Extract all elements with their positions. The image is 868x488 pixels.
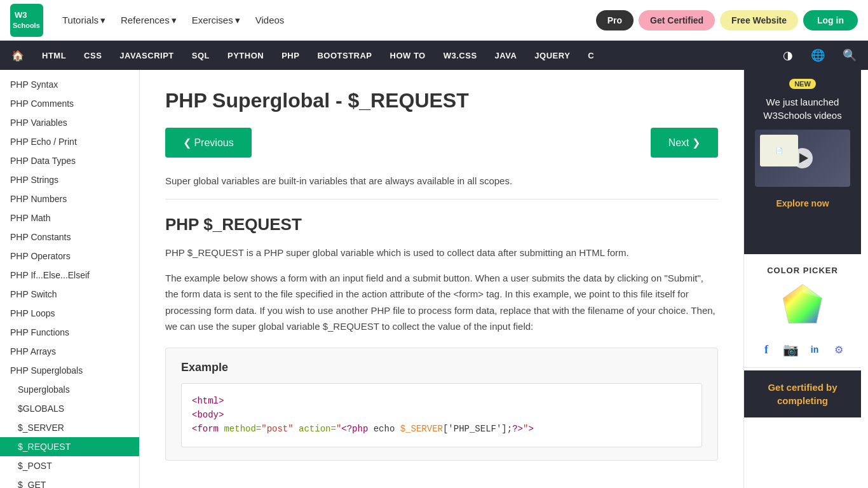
free-website-button[interactable]: Free Website <box>720 10 798 30</box>
new-badge: NEW <box>789 79 816 89</box>
sidebar-item-ifelse[interactable]: PHP If...Else...Elseif <box>0 266 139 285</box>
sidebar-item-strings[interactable]: PHP Strings <box>0 170 139 189</box>
color-picker-box: COLOR PICKER f 📷 in ⚙ <box>744 257 861 368</box>
theme-toggle-button[interactable]: ◑ <box>774 41 802 70</box>
discord-icon[interactable]: ⚙ <box>830 341 848 358</box>
secnav-bootstrap[interactable]: BOOTSTRAP <box>308 41 381 70</box>
color-gem-icon[interactable] <box>780 281 825 326</box>
ad-title: We just launched W3Schools videos <box>753 95 852 122</box>
secnav-w3css[interactable]: W3.CSS <box>435 41 486 70</box>
sidebar-item-get[interactable]: $_GET <box>0 475 139 488</box>
secnav-javascript[interactable]: JAVASCRIPT <box>111 41 182 70</box>
sidebar-item-numbers[interactable]: PHP Numbers <box>0 189 139 208</box>
login-button[interactable]: Log in <box>803 10 858 30</box>
sidebar-item-operators[interactable]: PHP Operators <box>0 247 139 266</box>
sidebar-item-post[interactable]: $_POST <box>0 456 139 475</box>
nav-references[interactable]: References ▾ <box>114 12 183 29</box>
nav-exercises[interactable]: Exercises ▾ <box>186 12 247 29</box>
color-picker-title: COLOR PICKER <box>753 266 852 275</box>
svg-text:W3: W3 <box>15 10 27 20</box>
top-nav-right: Pro Get Certified Free Website Log in <box>596 10 858 30</box>
sidebar-item-comments[interactable]: PHP Comments <box>0 94 139 113</box>
svg-text:Schools: Schools <box>13 22 40 29</box>
nav-buttons: ❮ Previous Next ❯ <box>165 128 718 158</box>
nav-videos[interactable]: Videos <box>249 12 291 28</box>
instagram-icon[interactable]: 📷 <box>782 341 799 358</box>
ad-box: NEW We just launched W3Schools videos 📄 … <box>744 70 861 254</box>
page-title: PHP Superglobal - $_REQUEST <box>165 89 718 112</box>
video-thumbnail[interactable]: 📄 <box>755 130 850 187</box>
explore-link[interactable]: Explore now <box>776 198 829 208</box>
secnav-java[interactable]: JAVA <box>486 41 526 70</box>
chevron-down-icon: ▾ <box>100 15 105 26</box>
sidebar-item-server[interactable]: $_SERVER <box>0 418 139 437</box>
code-line-3: <form method="post" action="<?php echo $… <box>192 422 691 436</box>
sidebar-item-superglobals-sub[interactable]: Superglobals <box>0 380 139 399</box>
top-nav-links: Tutorials ▾ References ▾ Exercises ▾ Vid… <box>56 12 583 29</box>
certified-title: Get certified by completing <box>754 381 851 407</box>
secnav-sql[interactable]: SQL <box>183 41 219 70</box>
play-triangle-icon <box>799 153 808 163</box>
page-layout: PHP Syntax PHP Comments PHP Variables PH… <box>0 70 868 488</box>
example-label: Example <box>181 361 702 374</box>
svg-rect-0 <box>10 4 43 37</box>
social-icons: f 📷 in ⚙ <box>753 341 852 358</box>
secnav-html[interactable]: HTML <box>33 41 75 70</box>
language-button[interactable]: 🌐 <box>802 41 834 70</box>
sidebar-item-datatypes[interactable]: PHP Data Types <box>0 151 139 170</box>
main-content: PHP Superglobal - $_REQUEST ❮ Previous N… <box>140 70 743 488</box>
linkedin-icon[interactable]: in <box>806 341 824 358</box>
code-block: <html> <body> <form method="post" action… <box>181 383 702 447</box>
sidebar-item-math[interactable]: PHP Math <box>0 208 139 227</box>
example-box: Example <html> <body> <form method="post… <box>165 348 718 461</box>
right-sidebar: NEW We just launched W3Schools videos 📄 … <box>743 70 861 488</box>
secnav-howto[interactable]: HOW TO <box>381 41 435 70</box>
sidebar-item-constants[interactable]: PHP Constants <box>0 227 139 247</box>
get-certified-button[interactable]: Get Certified <box>639 10 715 30</box>
sidebar-item-echo[interactable]: PHP Echo / Print <box>0 132 139 151</box>
section-title: PHP $_REQUEST <box>165 215 718 234</box>
body-text-2: The example below shows a form with an i… <box>165 270 718 335</box>
sidebar-item-syntax[interactable]: PHP Syntax <box>0 75 139 94</box>
secnav-css[interactable]: CSS <box>75 41 111 70</box>
secnav-php[interactable]: PHP <box>273 41 308 70</box>
sidebar-item-superglobals[interactable]: PHP Superglobals <box>0 361 139 380</box>
body-text-1: PHP $_REQUEST is a PHP super global vari… <box>165 245 718 261</box>
next-button[interactable]: Next ❯ <box>651 128 718 158</box>
prev-button[interactable]: ❮ Previous <box>165 128 252 158</box>
facebook-icon[interactable]: f <box>757 341 775 358</box>
chevron-down-icon: ▾ <box>235 15 240 26</box>
intro-text: Super global variables are built-in vari… <box>165 175 718 200</box>
home-button[interactable]: 🏠 <box>3 41 33 70</box>
sidebar-item-switch[interactable]: PHP Switch <box>0 285 139 304</box>
secnav-jquery[interactable]: JQUERY <box>526 41 579 70</box>
secnav-c[interactable]: C <box>579 41 603 70</box>
sidebar-item-arrays[interactable]: PHP Arrays <box>0 342 139 361</box>
sidebar-item-request[interactable]: $_REQUEST <box>0 437 139 456</box>
sidebar-item-functions[interactable]: PHP Functions <box>0 323 139 342</box>
certified-box: Get certified by completing <box>744 370 861 417</box>
sidebar-item-loops[interactable]: PHP Loops <box>0 304 139 323</box>
sidebar: PHP Syntax PHP Comments PHP Variables PH… <box>0 70 140 488</box>
logo[interactable]: W3 Schools <box>10 4 43 37</box>
code-line-2: <body> <box>192 408 691 422</box>
secnav-python[interactable]: PYTHON <box>219 41 273 70</box>
secondary-navigation: 🏠 HTML CSS JAVASCRIPT SQL PYTHON PHP BOO… <box>0 41 868 70</box>
top-navigation: W3 Schools Tutorials ▾ References ▾ Exer… <box>0 0 868 41</box>
secnav-right: ◑ 🌐 🔍 <box>774 41 865 70</box>
nav-tutorials[interactable]: Tutorials ▾ <box>56 12 112 29</box>
chevron-down-icon: ▾ <box>172 15 177 26</box>
search-button[interactable]: 🔍 <box>834 41 865 70</box>
code-line-1: <html> <box>192 394 691 408</box>
sidebar-item-variables[interactable]: PHP Variables <box>0 113 139 132</box>
pro-button[interactable]: Pro <box>596 10 634 30</box>
sidebar-item-globals[interactable]: $GLOBALS <box>0 399 139 418</box>
